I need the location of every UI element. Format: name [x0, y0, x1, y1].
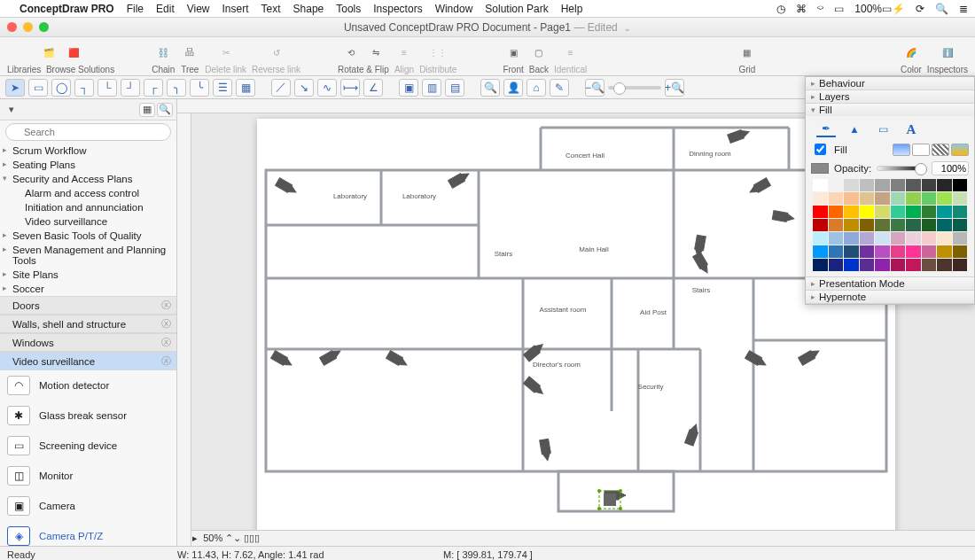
- camera-shape[interactable]: [748, 178, 771, 197]
- stencil-item[interactable]: ◈Camera P/T/Z: [0, 521, 176, 546]
- tree-item[interactable]: Video surveillance: [0, 214, 176, 229]
- current-fill-swatch[interactable]: [811, 163, 829, 174]
- curve-tool[interactable]: ∿: [317, 79, 337, 97]
- library-dropdown[interactable]: ▾: [4, 103, 20, 117]
- camera-shape[interactable]: [524, 377, 546, 397]
- menu-view[interactable]: View: [187, 3, 210, 15]
- flag-icon[interactable]: ▭: [834, 3, 844, 15]
- color-swatch[interactable]: [891, 232, 906, 245]
- close-icon[interactable]: ⓧ: [161, 317, 171, 331]
- color-swatch[interactable]: [875, 219, 890, 231]
- control-center-icon[interactable]: ⌘: [796, 3, 807, 15]
- camera-shape[interactable]: [799, 347, 822, 366]
- close-icon[interactable]: ⓧ: [161, 336, 171, 349]
- tree-item[interactable]: Soccer: [0, 282, 176, 296]
- color-swatch[interactable]: [922, 259, 937, 271]
- group-tool-1[interactable]: ▣: [399, 79, 418, 97]
- fill-checkbox[interactable]: [815, 144, 826, 155]
- fill-type-solid[interactable]: [912, 144, 930, 156]
- color-swatch[interactable]: [891, 219, 906, 231]
- camera-shape[interactable]: [276, 178, 299, 197]
- zoom-window-button[interactable]: [39, 22, 49, 32]
- color-swatch[interactable]: [937, 206, 952, 218]
- menu-text[interactable]: Text: [261, 3, 281, 15]
- color-swatch[interactable]: [875, 206, 890, 218]
- menu-shape[interactable]: Shape: [293, 3, 324, 15]
- menu-inspectors[interactable]: Inspectors: [373, 3, 422, 15]
- color-swatch[interactable]: [937, 179, 952, 191]
- library-sections[interactable]: DoorsⓧWalls, shell and structureⓧWindows…: [0, 296, 176, 370]
- inspector-hypernote-header[interactable]: Hypernote: [806, 291, 974, 303]
- color-swatch[interactable]: [829, 232, 844, 245]
- fill-tab-text[interactable]: A: [901, 121, 921, 137]
- fill-tab-pen[interactable]: ✒︎: [816, 121, 836, 137]
- measure-tool[interactable]: ⟼: [340, 79, 360, 97]
- color-swatch[interactable]: [953, 259, 968, 271]
- pointer-tool[interactable]: ➤: [5, 79, 25, 97]
- group-tool-2[interactable]: ▥: [422, 79, 441, 97]
- app-name[interactable]: ConceptDraw PRO: [20, 3, 114, 15]
- color-swatch[interactable]: [860, 219, 875, 231]
- color-swatch[interactable]: [860, 179, 875, 191]
- sync-icon[interactable]: ⟳: [916, 3, 924, 15]
- tree-item[interactable]: Seating Plans: [0, 158, 176, 172]
- color-swatch[interactable]: [922, 232, 937, 245]
- stencil-list[interactable]: ◠Motion detector✱Glass break sensor▭Scre…: [0, 370, 176, 546]
- color-swatch[interactable]: [829, 206, 844, 218]
- grid-icon[interactable]: ▦: [737, 43, 757, 62]
- flip-icon[interactable]: ⇋: [366, 43, 386, 62]
- camera-shape[interactable]: [772, 211, 794, 223]
- color-swatch[interactable]: [829, 259, 844, 271]
- close-icon[interactable]: ⓧ: [161, 299, 171, 312]
- inspector-panel[interactable]: Behaviour Layers Fill ✒︎ ▲ ▭ A Fill: [805, 76, 975, 305]
- color-swatch[interactable]: [844, 179, 859, 191]
- color-swatch[interactable]: [829, 245, 844, 258]
- color-swatch[interactable]: [953, 219, 968, 231]
- pencil-tool[interactable]: ✎: [550, 79, 569, 97]
- color-swatch[interactable]: [844, 245, 859, 258]
- rotate-icon[interactable]: ⟲: [341, 43, 361, 62]
- ellipse-tool[interactable]: ◯: [51, 79, 71, 97]
- zoom-in-icon[interactable]: +🔍: [665, 79, 684, 97]
- color-swatch[interactable]: [953, 192, 968, 205]
- connector-tool-2[interactable]: └: [98, 79, 117, 97]
- stencil-item[interactable]: ▣Camera: [0, 491, 176, 521]
- fill-tab-shadow[interactable]: ▭: [873, 121, 893, 137]
- color-swatch[interactable]: [891, 206, 906, 218]
- search-toggle-icon[interactable]: 🔍: [157, 103, 173, 117]
- color-swatch[interactable]: [860, 192, 875, 205]
- tree-item[interactable]: Scrum Workflow: [0, 144, 176, 158]
- clock-icon[interactable]: ◷: [776, 3, 785, 15]
- menu-insert[interactable]: Insert: [222, 3, 249, 15]
- connector-tool-4[interactable]: ┌: [144, 79, 163, 97]
- fill-tab-bucket[interactable]: ▲: [845, 121, 864, 137]
- color-swatch[interactable]: [829, 192, 844, 205]
- back-icon[interactable]: ▢: [529, 43, 549, 62]
- color-swatch[interactable]: [922, 245, 937, 258]
- color-swatch[interactable]: [829, 179, 844, 191]
- color-swatch[interactable]: [860, 259, 875, 271]
- menu-help[interactable]: Help: [561, 3, 583, 15]
- connector-tool-6[interactable]: ╰: [190, 79, 209, 97]
- library-tree[interactable]: Scrum WorkflowSeating PlansSecurity and …: [0, 144, 176, 296]
- color-swatch[interactable]: [891, 259, 906, 271]
- fill-type-gradient[interactable]: [893, 144, 910, 156]
- minimize-window-button[interactable]: [23, 22, 33, 32]
- color-swatch[interactable]: [953, 179, 968, 191]
- camera-shape[interactable]: [685, 423, 701, 446]
- color-swatch[interactable]: [937, 245, 952, 258]
- color-swatch[interactable]: [875, 259, 890, 271]
- list-icon[interactable]: ≣: [959, 3, 968, 15]
- line-tool[interactable]: ／: [271, 79, 291, 97]
- inspector-layers-header[interactable]: Layers: [806, 90, 974, 103]
- opacity-slider[interactable]: [877, 166, 926, 171]
- color-swatch[interactable]: [875, 245, 890, 258]
- connector-tool-3[interactable]: ┘: [121, 79, 140, 97]
- color-swatch[interactable]: [844, 219, 859, 231]
- arrow-tool[interactable]: ↘: [294, 79, 314, 97]
- tree-item[interactable]: Security and Access Plans: [0, 172, 176, 186]
- color-swatch[interactable]: [875, 232, 890, 245]
- color-swatch[interactable]: [937, 192, 952, 205]
- color-swatch[interactable]: [937, 259, 952, 271]
- camera-shape[interactable]: [728, 128, 751, 144]
